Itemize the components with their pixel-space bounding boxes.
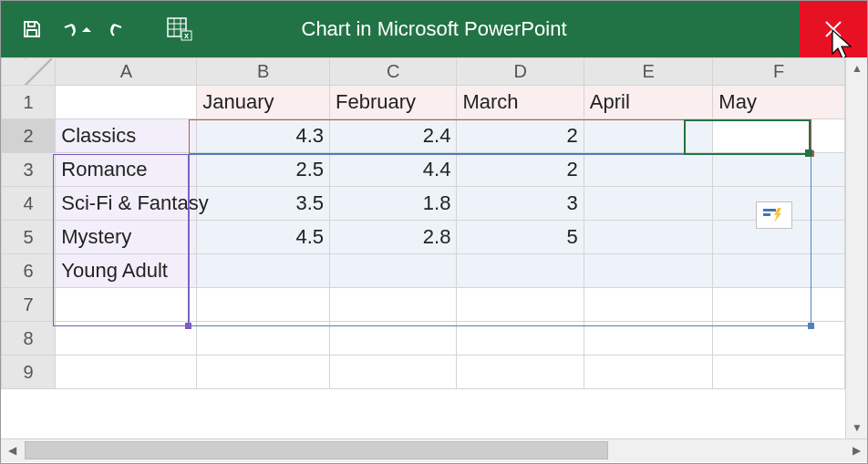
- cell-D6[interactable]: [457, 254, 584, 288]
- cell-C8[interactable]: [329, 322, 456, 356]
- scroll-up-icon[interactable]: ▲: [846, 57, 868, 79]
- horizontal-scroll-track[interactable]: [23, 441, 845, 460]
- row-head-4[interactable]: 4: [2, 187, 56, 221]
- titlebar: x Chart in Microsoft PowerPoint: [1, 1, 867, 57]
- col-head-F[interactable]: F: [713, 58, 845, 86]
- cell-E1[interactable]: April: [584, 86, 713, 119]
- cell-A7[interactable]: [56, 288, 197, 322]
- redo-icon[interactable]: [105, 15, 134, 44]
- row-head-7[interactable]: 7: [2, 288, 56, 322]
- cell-C4[interactable]: 1.8: [329, 187, 456, 221]
- cell-F6[interactable]: [713, 254, 845, 288]
- cell-C9[interactable]: [329, 356, 456, 389]
- row-6: 6 Young Adult: [2, 254, 845, 288]
- cell-A3[interactable]: Romance: [56, 153, 197, 187]
- row-9: 9: [2, 356, 845, 389]
- cell-B5[interactable]: 4.5: [197, 221, 330, 254]
- select-all-corner[interactable]: [2, 58, 56, 86]
- cell-E7[interactable]: [584, 288, 713, 322]
- cell-E5[interactable]: [584, 221, 713, 254]
- scroll-left-icon[interactable]: ◀: [1, 439, 23, 461]
- cell-A8[interactable]: [56, 322, 197, 356]
- cell-B2[interactable]: 4.3: [197, 119, 330, 153]
- row-2: 2 Classics 4.3 2.4 2: [2, 119, 845, 153]
- cell-D1[interactable]: March: [457, 86, 584, 119]
- cell-A9[interactable]: [56, 356, 197, 389]
- cell-C6[interactable]: [329, 254, 456, 288]
- undo-icon[interactable]: [56, 15, 96, 44]
- row-3: 3 Romance 2.5 4.4 2: [2, 153, 845, 187]
- cell-A5[interactable]: Mystery: [56, 221, 197, 254]
- edit-data-icon[interactable]: x: [165, 15, 194, 44]
- row-7: 7: [2, 288, 845, 322]
- row-1: 1 January February March April May: [2, 86, 845, 119]
- cell-D9[interactable]: [457, 356, 584, 389]
- cell-D3[interactable]: 2: [457, 153, 584, 187]
- cell-B3[interactable]: 2.5: [197, 153, 330, 187]
- quick-access-toolbar: x: [1, 15, 194, 44]
- cell-D2[interactable]: 2: [457, 119, 584, 153]
- cell-B1[interactable]: January: [197, 86, 330, 119]
- horizontal-scrollbar[interactable]: ◀ ▶: [1, 438, 867, 462]
- vertical-scroll-track[interactable]: [846, 79, 867, 417]
- cell-D5[interactable]: 5: [457, 221, 584, 254]
- row-head-9[interactable]: 9: [2, 356, 56, 389]
- cell-B6[interactable]: [197, 254, 330, 288]
- cell-E3[interactable]: [584, 153, 713, 187]
- quick-analysis-button[interactable]: [756, 201, 792, 229]
- svg-text:x: x: [184, 31, 189, 40]
- cell-B9[interactable]: [197, 356, 330, 389]
- row-4: 4 Sci-Fi & Fantasy 3.5 1.8 3: [2, 187, 845, 221]
- cell-F1[interactable]: May: [713, 86, 845, 119]
- cell-D8[interactable]: [457, 322, 584, 356]
- lightning-icon: [761, 206, 787, 224]
- row-head-1[interactable]: 1: [2, 86, 56, 119]
- col-head-E[interactable]: E: [584, 58, 713, 86]
- row-head-2[interactable]: 2: [2, 119, 56, 153]
- cell-E8[interactable]: [584, 322, 713, 356]
- horizontal-scroll-thumb[interactable]: [25, 441, 608, 459]
- cell-A4[interactable]: Sci-Fi & Fantasy: [56, 187, 197, 221]
- cell-C3[interactable]: 4.4: [329, 153, 456, 187]
- row-head-3[interactable]: 3: [2, 153, 56, 187]
- cell-F9[interactable]: [713, 356, 845, 389]
- cell-B8[interactable]: [197, 322, 330, 356]
- column-header-row: A B C D E F: [2, 58, 845, 86]
- cell-C1[interactable]: February: [329, 86, 456, 119]
- cell-E4[interactable]: [584, 187, 713, 221]
- cell-F2[interactable]: [713, 119, 845, 153]
- col-head-D[interactable]: D: [457, 58, 584, 86]
- svg-rect-8: [763, 213, 770, 216]
- cell-B4[interactable]: 3.5: [197, 187, 330, 221]
- cell-A1[interactable]: [56, 86, 197, 119]
- cell-C7[interactable]: [329, 288, 456, 322]
- row-head-8[interactable]: 8: [2, 322, 56, 356]
- cell-E6[interactable]: [584, 254, 713, 288]
- save-icon[interactable]: [17, 15, 46, 44]
- cell-E9[interactable]: [584, 356, 713, 389]
- cell-A6[interactable]: Young Adult: [56, 254, 197, 288]
- cell-F7[interactable]: [713, 288, 845, 322]
- grid[interactable]: A B C D E F 1 January February March Apr…: [1, 57, 845, 438]
- spreadsheet-area: A B C D E F 1 January February March Apr…: [1, 57, 867, 438]
- cell-C2[interactable]: 2.4: [329, 119, 456, 153]
- vertical-scrollbar[interactable]: ▲ ▼: [845, 57, 867, 438]
- cell-F8[interactable]: [713, 322, 845, 356]
- col-head-B[interactable]: B: [197, 58, 330, 86]
- row-head-6[interactable]: 6: [2, 254, 56, 288]
- row-8: 8: [2, 322, 845, 356]
- cell-F3[interactable]: [713, 153, 845, 187]
- cell-B7[interactable]: [197, 288, 330, 322]
- col-head-C[interactable]: C: [329, 58, 456, 86]
- cell-D4[interactable]: 3: [457, 187, 584, 221]
- cell-C5[interactable]: 2.8: [329, 221, 456, 254]
- col-head-A[interactable]: A: [56, 58, 197, 86]
- cell-D7[interactable]: [457, 288, 584, 322]
- scroll-down-icon[interactable]: ▼: [846, 417, 868, 438]
- cell-A2[interactable]: Classics: [56, 119, 197, 153]
- close-button[interactable]: [800, 1, 867, 57]
- cell-E2[interactable]: [584, 119, 713, 153]
- svg-rect-7: [763, 209, 776, 211]
- scroll-right-icon[interactable]: ▶: [845, 439, 867, 461]
- row-head-5[interactable]: 5: [2, 221, 56, 254]
